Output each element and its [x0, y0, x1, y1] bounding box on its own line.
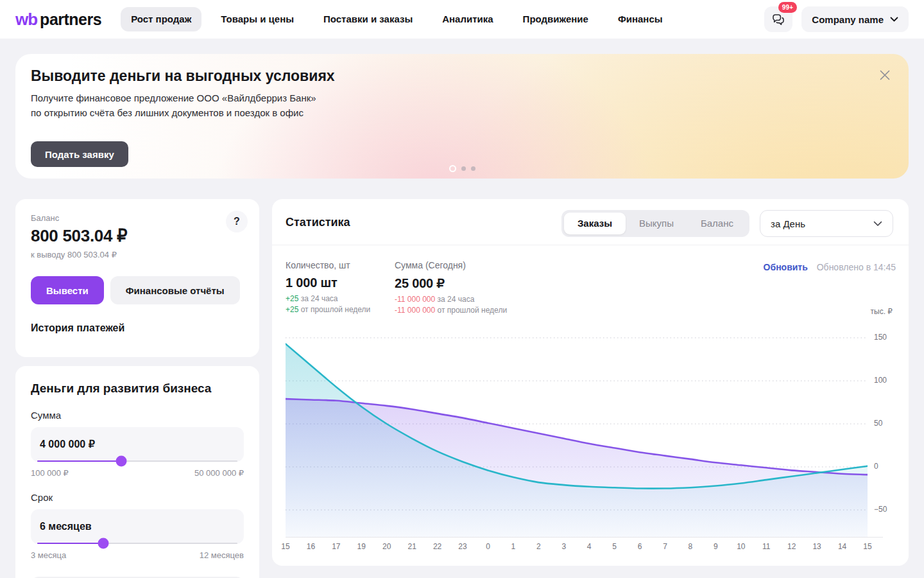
- loan-amount-field[interactable]: 4 000 000 ₽: [31, 427, 244, 462]
- question-mark-icon: ?: [234, 216, 240, 227]
- chat-bubbles-icon: [771, 12, 785, 26]
- tab-Заказы[interactable]: Заказы: [564, 213, 626, 234]
- period-dropdown[interactable]: за День: [760, 210, 893, 237]
- x-axis-labels: 15161719202122230123456789101112131415: [286, 542, 868, 552]
- carousel-dot[interactable]: [449, 165, 456, 172]
- x-tick-label: 6: [638, 542, 642, 551]
- tab-Баланс[interactable]: Баланс: [687, 213, 747, 234]
- financial-reports-button[interactable]: Финансовые отчёты: [110, 276, 240, 304]
- slider-fill: [37, 460, 121, 462]
- header-right: 99+ Company name: [764, 6, 909, 32]
- loan-term-section: Срок 6 месяцев 3 месяца 12 месяцев: [31, 492, 244, 560]
- x-tick-label: 16: [307, 542, 315, 551]
- y-tick-label: 0: [874, 462, 878, 471]
- y-tick-label: 100: [874, 376, 887, 385]
- x-tick-label: 23: [458, 542, 466, 551]
- statistics-tabs: ЗаказыВыкупыБаланс: [561, 210, 749, 237]
- y-tick-label: 150: [874, 333, 887, 342]
- statistics-chart: [286, 302, 868, 537]
- banner-apply-button[interactable]: Подать заявку: [31, 141, 128, 167]
- divider: [272, 245, 909, 245]
- y-axis-labels: 150100500−50: [874, 199, 906, 566]
- statistics-chart-svg: [286, 302, 868, 537]
- nav-item[interactable]: Рост продаж: [121, 7, 201, 31]
- nav-item[interactable]: Аналитика: [432, 7, 503, 31]
- account-name: Company name: [812, 14, 884, 25]
- loan-card-title: Деньги для развития бизнеса: [31, 381, 244, 396]
- balance-available: к выводу 800 503.04 ₽: [31, 250, 244, 259]
- balance-amount: 800 503.04 ₽: [31, 226, 244, 246]
- notifications-button[interactable]: 99+: [764, 6, 792, 32]
- loan-term-label: Срок: [31, 492, 244, 503]
- nav-item[interactable]: Финансы: [608, 7, 673, 31]
- x-tick-label: 0: [486, 542, 490, 551]
- x-tick-label: 14: [838, 542, 846, 551]
- notifications-badge: 99+: [778, 2, 798, 13]
- refresh-link[interactable]: Обновить: [764, 262, 808, 272]
- x-tick-label: 13: [812, 542, 821, 551]
- loan-term-slider-thumb[interactable]: [98, 538, 108, 549]
- x-tick-label: 8: [689, 542, 693, 551]
- x-tick-label: 5: [612, 542, 617, 551]
- loan-amount-min: 100 000 ₽: [31, 468, 69, 478]
- x-tick-label: 15: [281, 542, 289, 551]
- top-bar: wb partners Рост продажТовары и ценыПост…: [0, 0, 924, 39]
- balance-actions: Вывести Финансовые отчёты: [31, 276, 244, 304]
- statistics-card: Статистика ЗаказыВыкупыБаланс за День Ко…: [272, 199, 909, 566]
- banner-title: Выводите деньги на выгодных условиях: [31, 67, 335, 85]
- wb-partners-logo[interactable]: wb partners: [15, 10, 101, 30]
- balance-help-button[interactable]: ?: [226, 211, 248, 232]
- x-tick-label: 19: [357, 542, 366, 551]
- payment-history-link[interactable]: История платежей: [31, 322, 124, 334]
- chevron-down-icon: [890, 17, 898, 22]
- x-tick-label: 1: [511, 542, 516, 551]
- x-tick-label: 2: [536, 542, 541, 551]
- close-icon[interactable]: [879, 69, 891, 81]
- x-tick-label: 3: [561, 542, 566, 551]
- loan-term-slider[interactable]: [37, 543, 237, 544]
- period-value: за День: [771, 218, 805, 229]
- business-loan-card: Деньги для развития бизнеса Сумма 4 000 …: [15, 366, 259, 578]
- balance-card: Баланс 800 503.04 ₽ к выводу 800 503.04 …: [15, 199, 259, 357]
- loan-amount-label: Сумма: [31, 410, 244, 421]
- x-tick-label: 11: [762, 542, 770, 551]
- carousel-dot[interactable]: [471, 166, 475, 171]
- nav-item[interactable]: Продвижение: [513, 7, 599, 31]
- x-tick-label: 21: [407, 542, 416, 551]
- x-tick-label: 7: [663, 542, 667, 551]
- statistics-title: Статистика: [286, 216, 350, 229]
- x-tick-label: 10: [737, 542, 745, 551]
- banner-subtitle: Получите финансовое предложение ООО «Вай…: [31, 91, 316, 120]
- x-tick-label: 12: [787, 542, 796, 551]
- slider-fill: [37, 543, 103, 544]
- loan-amount-slider-thumb[interactable]: [116, 456, 127, 467]
- banner-carousel-dots: [15, 165, 909, 172]
- balance-label: Баланс: [31, 213, 244, 223]
- carousel-dot[interactable]: [461, 166, 466, 171]
- x-tick-label: 22: [433, 542, 441, 551]
- tab-Выкупы[interactable]: Выкупы: [626, 213, 687, 234]
- logo-text: partners: [40, 10, 101, 29]
- x-tick-label: 15: [863, 542, 871, 551]
- x-tick-label: 17: [332, 542, 340, 551]
- loan-amount-max: 50 000 000 ₽: [194, 468, 244, 478]
- y-tick-label: −50: [874, 505, 887, 514]
- account-switcher[interactable]: Company name: [801, 6, 909, 32]
- main-nav: Рост продажТовары и ценыПоставки и заказ…: [121, 7, 672, 31]
- logo-mark: wb: [15, 10, 37, 30]
- promo-banner: Выводите деньги на выгодных условиях Пол…: [15, 54, 909, 179]
- x-axis-line: [286, 537, 883, 538]
- loan-amount-value: 4 000 000 ₽: [31, 427, 244, 462]
- loan-term-field[interactable]: 6 месяцев: [31, 509, 244, 544]
- loan-amount-slider[interactable]: [37, 460, 237, 462]
- withdraw-button[interactable]: Вывести: [31, 276, 104, 304]
- x-tick-label: 9: [714, 542, 718, 551]
- loan-term-min: 3 месяца: [31, 550, 66, 560]
- x-tick-label: 4: [587, 542, 592, 551]
- nav-item[interactable]: Поставки и заказы: [313, 7, 423, 31]
- y-tick-label: 50: [874, 419, 882, 428]
- nav-item[interactable]: Товары и цены: [210, 7, 304, 31]
- loan-amount-section: Сумма 4 000 000 ₽ 100 000 ₽ 50 000 000 ₽: [31, 410, 244, 478]
- x-tick-label: 20: [382, 542, 391, 551]
- loan-term-value: 6 месяцев: [31, 509, 244, 544]
